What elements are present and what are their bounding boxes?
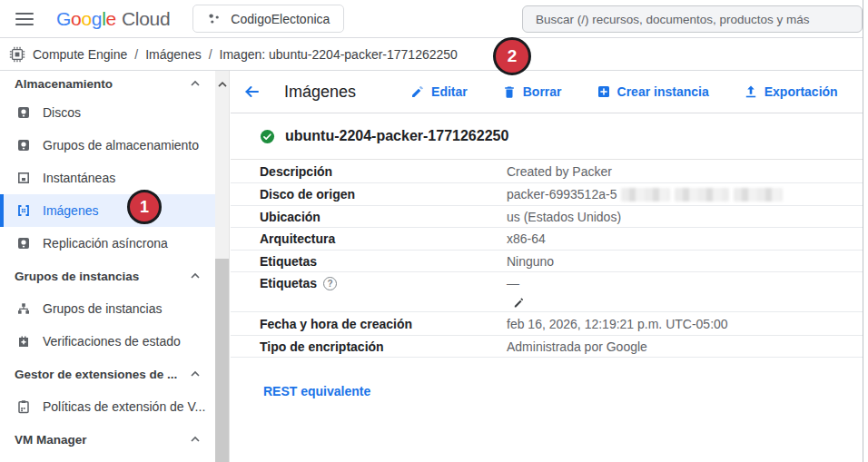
selected-indicator: [0, 194, 4, 227]
page-title: Imágenes: [284, 83, 356, 102]
scrollbar-thumb[interactable]: [215, 259, 229, 462]
detail-label: Arquitectura: [260, 231, 507, 246]
detail-value: us (Estados Unidos): [507, 210, 621, 224]
sidebar-item-label: Replicación asíncrona: [43, 236, 168, 251]
sidebar-item-imagenes[interactable]: Imágenes: [0, 194, 215, 227]
sidebar-item-grupos-almacenamiento[interactable]: Grupos de almacenamiento: [0, 129, 215, 162]
annotation-badge-2: 2: [493, 37, 531, 75]
sidebar-item-discos[interactable]: Discos: [0, 96, 215, 129]
back-button[interactable]: [243, 84, 261, 100]
detail-row-arquitectura: Arquitectura x86-64: [231, 228, 863, 251]
sidebar-item-label: Grupos de almacenamiento: [43, 138, 199, 152]
instance-groups-icon: [16, 301, 31, 316]
chevron-up-icon: [190, 80, 201, 87]
section-label: Gestor de extensiones de ...: [15, 368, 177, 381]
sidebar-item-instantaneas[interactable]: Instantáneas: [0, 162, 215, 194]
help-icon[interactable]: ?: [323, 277, 337, 290]
button-label: Editar: [431, 84, 468, 99]
disk-icon: [16, 105, 31, 120]
breadcrumb: Compute Engine / Imágenes / Imagen: ubun…: [0, 38, 863, 71]
policy-icon: [16, 399, 31, 414]
images-icon: [16, 203, 31, 218]
chevron-up-icon: [190, 272, 201, 280]
sidebar-section-almacenamiento[interactable]: Almacenamiento: [0, 71, 215, 96]
health-check-icon: [16, 334, 31, 349]
breadcrumb-product[interactable]: Compute Engine: [33, 47, 127, 62]
breadcrumb-separator: /: [209, 47, 212, 62]
redacted-text: [734, 188, 783, 202]
disk-icon: [16, 138, 31, 152]
detail-row-tipo-encriptacion: Tipo de encriptación Administrada por Go…: [231, 336, 863, 358]
edit-button[interactable]: Editar: [410, 84, 468, 99]
compute-engine-icon: [9, 46, 25, 63]
trash-icon: [502, 84, 517, 99]
sidebar-item-replicacion[interactable]: Replicación asíncrona: [0, 227, 215, 260]
detail-label: Etiquetas: [260, 254, 507, 269]
logo-letter: g: [92, 8, 102, 30]
project-name: CodigoElectonica: [231, 12, 330, 26]
edit-labels-row: [231, 294, 863, 312]
menu-icon[interactable]: [15, 13, 34, 25]
logo-letter: o: [71, 8, 81, 30]
sidebar-section-gestor-extensiones[interactable]: Gestor de extensiones de ...: [0, 358, 215, 390]
pencil-icon: [410, 84, 425, 99]
delete-button[interactable]: Borrar: [502, 84, 562, 99]
sidebar-item-label: Políticas de extensión de V...: [43, 399, 205, 414]
export-icon: [744, 84, 758, 99]
search-bar: [522, 5, 863, 33]
section-label: VM Manager: [15, 433, 87, 447]
chevron-up-icon: [190, 370, 201, 378]
detail-value: —: [507, 276, 519, 290]
sidebar-item-label: Grupos de instancias: [43, 301, 163, 316]
google-cloud-logo[interactable]: Google Cloud: [56, 8, 170, 30]
detail-label: Tipo de encriptación: [260, 339, 507, 354]
window-edge: [863, 0, 863, 462]
detail-label: Descripción: [260, 164, 507, 179]
search-input[interactable]: [522, 5, 863, 33]
sidebar-item-verificaciones[interactable]: Verificaciones de estado: [0, 325, 215, 358]
section-label: Grupos de instancias: [15, 270, 139, 283]
sidebar-item-label: Discos: [43, 105, 81, 120]
image-name-row: ubuntu-2204-packer-1771262250: [231, 113, 863, 160]
logo-letter: e: [106, 8, 116, 30]
detail-row-descripcion: Descripción Created by Packer: [231, 160, 863, 183]
detail-value: feb 16, 2026, 12:19:21 p.m. UTC-05:00: [507, 317, 728, 331]
detail-row-etiquetas: Etiquetas Ninguno: [231, 251, 863, 272]
disk-icon: [16, 236, 31, 251]
sidebar-section-vm-manager[interactable]: VM Manager: [0, 423, 215, 456]
section-label: Almacenamiento: [15, 77, 113, 91]
project-selector-button[interactable]: CodigoElectonica: [192, 5, 344, 33]
detail-value: Created by Packer: [507, 164, 612, 179]
detail-row-ubicacion: Ubicación us (Estados Unidos): [231, 206, 863, 228]
annotation-badge-1: 1: [127, 190, 162, 224]
export-button[interactable]: Exportación: [744, 84, 838, 99]
breadcrumb-page: Imagen: ubuntu-2204-packer-1771262250: [220, 47, 458, 62]
sidebar-section-grupos-instancias[interactable]: Grupos de instancias: [0, 260, 215, 292]
detail-value: x86-64: [507, 231, 546, 246]
redacted-text: [621, 188, 670, 202]
project-icon: [207, 12, 222, 26]
button-label: Borrar: [523, 84, 562, 99]
sidebar-item-label: Verificaciones de estado: [43, 334, 181, 349]
detail-label-text: Etiquetas: [260, 276, 317, 290]
logo-letter: o: [81, 8, 91, 30]
edit-pencil-icon[interactable]: [512, 296, 526, 310]
breadcrumb-section[interactable]: Imágenes: [145, 47, 201, 62]
detail-header: Imágenes Editar Borrar Crear instancia E…: [231, 71, 863, 113]
logo-cloud-text: Cloud: [122, 8, 170, 30]
detail-row-fecha-creacion: Fecha y hora de creación feb 16, 2026, 1…: [231, 312, 863, 336]
button-label: Exportación: [764, 84, 838, 99]
sidebar-item-grupos-instancias[interactable]: Grupos de instancias: [0, 292, 215, 325]
detail-value: Ninguno: [507, 254, 554, 269]
scroll-up-icon[interactable]: [217, 75, 228, 92]
chevron-up-icon: [190, 436, 201, 443]
sidebar-item-politicas-extension[interactable]: Políticas de extensión de V...: [0, 390, 215, 423]
detail-label: Fecha y hora de creación: [260, 317, 507, 331]
sidebar-item-label: Imágenes: [43, 203, 98, 218]
detail-value: packer-6993512a-5: [507, 187, 783, 202]
image-name: ubuntu-2204-packer-1771262250: [285, 128, 508, 144]
sidebar-scrollbar[interactable]: [215, 71, 230, 462]
rest-equivalent-link[interactable]: REST equivalente: [263, 384, 370, 398]
breadcrumb-separator: /: [134, 47, 138, 62]
create-instance-button[interactable]: Crear instancia: [597, 84, 709, 99]
